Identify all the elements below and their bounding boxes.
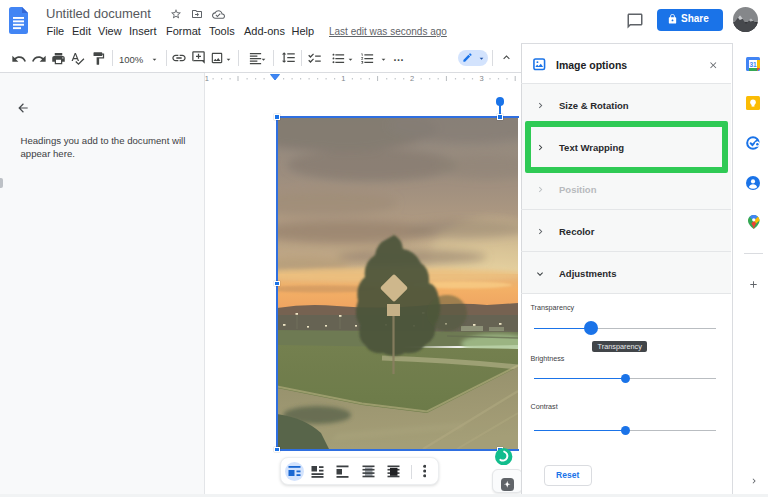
svg-text:31: 31 bbox=[749, 61, 757, 68]
svg-text:3: 3 bbox=[480, 74, 484, 83]
svg-text:1: 1 bbox=[205, 74, 209, 83]
svg-text:1: 1 bbox=[341, 74, 345, 83]
svg-text:2: 2 bbox=[410, 74, 414, 83]
